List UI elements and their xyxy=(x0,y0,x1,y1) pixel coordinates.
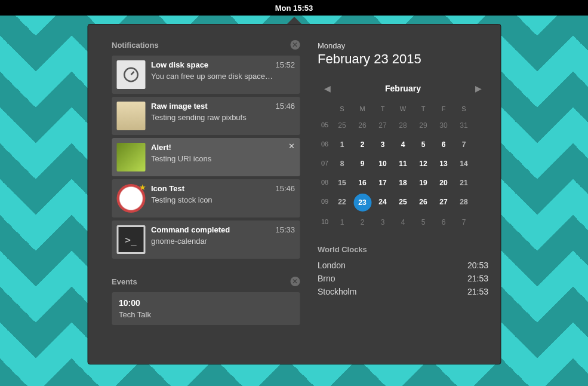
calendar-day[interactable]: 1 xyxy=(332,135,352,154)
notifications-list: Low disk space 15:52 You can free up som… xyxy=(112,56,300,259)
world-clock-time: 21:53 xyxy=(467,274,488,283)
clear-events-button[interactable] xyxy=(290,277,300,286)
calendar-day[interactable]: 27 xyxy=(433,192,454,213)
left-column: Notifications Low disk space 15:52 You c… xyxy=(112,39,300,350)
calendar-dow: S xyxy=(332,102,352,116)
notification-description: Testing stock icon xyxy=(151,195,295,204)
event-item[interactable]: 10:00 Tech Talk xyxy=(112,292,300,325)
calendar-day[interactable]: 29 xyxy=(413,116,433,135)
calendar-day[interactable]: 11 xyxy=(393,154,413,173)
calendar-day[interactable]: 14 xyxy=(454,154,474,173)
calendar-day[interactable]: 5 xyxy=(413,135,433,154)
notification-item[interactable]: Raw image test 15:46 Testing sending raw… xyxy=(112,97,300,135)
calendar-day[interactable]: 8 xyxy=(332,154,352,173)
notification-item[interactable]: Icon Test 15:46 Testing stock icon xyxy=(112,179,300,217)
events-section: Events 10:00 Tech Talk xyxy=(112,275,300,325)
notification-title: Icon Test xyxy=(151,184,184,193)
notification-item[interactable]: Alert! Testing URI icons ✕ xyxy=(112,138,300,176)
clock-icon xyxy=(116,184,145,213)
calendar-day[interactable]: 18 xyxy=(393,173,413,192)
day-name: Monday xyxy=(318,41,488,50)
calendar-week-number: 05 xyxy=(318,116,332,135)
clear-notifications-button[interactable] xyxy=(290,40,300,50)
world-clock-row: London20:53 xyxy=(318,259,488,272)
notification-description: gnome-calendar xyxy=(151,237,295,246)
folder-icon xyxy=(116,102,145,130)
calendar-week-number: 08 xyxy=(318,173,332,192)
calendar-day-today[interactable]: 23 xyxy=(353,194,371,212)
world-clock-row: Brno21:53 xyxy=(318,272,488,285)
close-notification-button[interactable]: ✕ xyxy=(288,142,295,151)
calendar-day[interactable]: 4 xyxy=(393,135,413,154)
calendar-day[interactable]: 30 xyxy=(433,116,454,135)
calendar-day[interactable]: 24 xyxy=(372,192,393,213)
calendar-day[interactable]: 28 xyxy=(393,116,413,135)
event-title: Tech Talk xyxy=(119,310,293,319)
notification-item[interactable]: >_ Command completed 15:33 gnome-calenda… xyxy=(112,220,300,259)
calendar-day[interactable]: 6 xyxy=(433,213,454,232)
world-clock-time: 20:53 xyxy=(467,261,488,270)
notification-title: Raw image test xyxy=(151,102,208,111)
calendar-day[interactable]: 1 xyxy=(332,213,352,232)
calendar-week-number: 07 xyxy=(318,154,332,173)
notification-description: You can free up some disk space… xyxy=(151,72,295,81)
leaf-icon xyxy=(116,143,145,171)
full-date: February 23 2015 xyxy=(318,51,488,67)
notification-title: Low disk space xyxy=(151,60,208,69)
notification-time: 15:33 xyxy=(275,225,295,234)
calendar-week-number: 09 xyxy=(318,192,332,213)
calendar-week-number: 06 xyxy=(318,135,332,154)
calendar-day[interactable]: 26 xyxy=(352,116,372,135)
events-header: Events xyxy=(112,275,300,292)
notifications-title: Notifications xyxy=(112,41,159,50)
calendar-day[interactable]: 28 xyxy=(454,192,474,213)
notification-item[interactable]: Low disk space 15:52 You can free up som… xyxy=(112,56,300,94)
notification-description: Testing URI icons xyxy=(151,154,295,163)
world-clock-city: London xyxy=(318,261,346,270)
calendar-day[interactable]: 25 xyxy=(332,116,352,135)
calendar-day[interactable]: 12 xyxy=(413,154,433,173)
next-month-button[interactable]: ▶ xyxy=(474,84,484,93)
calendar-day[interactable]: 27 xyxy=(372,116,393,135)
calendar-day[interactable]: 6 xyxy=(433,135,454,154)
calendar-day[interactable]: 7 xyxy=(454,213,474,232)
calendar-day[interactable]: 21 xyxy=(454,173,474,192)
notification-time: 15:52 xyxy=(275,60,295,69)
calendar-day[interactable]: 10 xyxy=(372,154,393,173)
topbar-clock[interactable]: Mon 15:53 xyxy=(275,4,313,13)
calendar-nav: ◀ February ▶ xyxy=(318,84,488,93)
calendar-dow: M xyxy=(352,102,372,116)
world-clock-time: 21:53 xyxy=(467,287,488,296)
calendar-day[interactable]: 7 xyxy=(454,135,474,154)
calendar-day[interactable]: 16 xyxy=(352,173,372,192)
calendar-day[interactable]: 2 xyxy=(352,213,372,232)
calendar-day[interactable]: 3 xyxy=(372,135,393,154)
datetime-popup: Notifications Low disk space 15:52 You c… xyxy=(87,24,501,364)
world-clock-city: Stockholm xyxy=(318,287,356,296)
notification-time: 15:46 xyxy=(275,102,295,111)
calendar-day[interactable]: 20 xyxy=(433,173,454,192)
calendar-dow: S xyxy=(454,102,474,116)
calendar-day[interactable]: 13 xyxy=(433,154,454,173)
calendar-day[interactable]: 22 xyxy=(332,192,352,213)
calendar-grid: SMTWTFS052526272829303106123456707891011… xyxy=(318,102,488,232)
calendar-day[interactable]: 17 xyxy=(372,173,393,192)
calendar-dow: F xyxy=(433,102,454,116)
calendar-dow: W xyxy=(393,102,413,116)
terminal-icon: >_ xyxy=(116,225,145,254)
calendar-day[interactable]: 4 xyxy=(393,213,413,232)
top-bar: Mon 15:53 xyxy=(0,0,588,16)
calendar-day[interactable]: 15 xyxy=(332,173,352,192)
calendar-day[interactable]: 3 xyxy=(372,213,393,232)
calendar-day[interactable]: 25 xyxy=(393,192,413,213)
calendar-day[interactable]: 2 xyxy=(352,135,372,154)
world-clocks-section[interactable]: World Clocks London20:53Brno21:53Stockho… xyxy=(318,245,488,298)
calendar-day[interactable]: 26 xyxy=(413,192,433,213)
prev-month-button[interactable]: ◀ xyxy=(322,84,332,93)
right-column: Monday February 23 2015 ◀ February ▶ SMT… xyxy=(318,39,488,350)
calendar-day[interactable]: 5 xyxy=(413,213,433,232)
calendar-day[interactable]: 9 xyxy=(352,154,372,173)
calendar-day[interactable]: 31 xyxy=(454,116,474,135)
calendar-month-label: February xyxy=(385,84,421,93)
calendar-day[interactable]: 19 xyxy=(413,173,433,192)
